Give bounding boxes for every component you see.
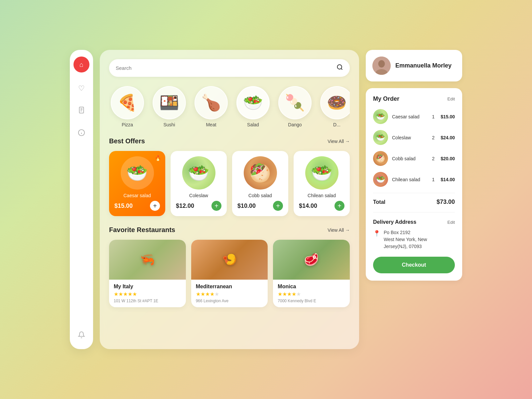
restaurant-name-my-italy: My Italy [114,284,181,290]
order-item-image-coleslaw: 🥗 [373,130,388,145]
category-pizza[interactable]: 🍕 Pizza [109,86,146,127]
restaurant-image-my-italy: 🦐 [109,240,186,280]
svg-point-7 [337,65,342,69]
delivery-section: Delivery Address Edit 📍 Po Box 2192 West… [373,212,455,250]
category-circle-sushi: 🍱 [153,86,186,119]
address-line3: Jersey(NJ), 07093 [384,244,422,249]
user-avatar [372,57,391,75]
order-item-name-caesar: Caesar salad [392,114,426,119]
home-button[interactable]: ⌂ [73,57,89,72]
order-item-price-caesar: $15.00 [441,114,455,119]
order-header: My Order Edit [373,95,455,102]
main-content: 🍕 Pizza 🍱 Sushi 🍗 Meat 🥗 Salad 🍡 Dango 🍩 [100,50,359,349]
sidebar-top: ⌂ ♡ [73,57,89,140]
order-item-price-cobb: $20.00 [441,156,455,161]
info-button[interactable] [75,127,88,140]
search-input[interactable] [116,65,336,71]
offer-bottom-caesar: $15.00 + [114,201,160,211]
offer-price-cobb: $10.00 [237,202,256,209]
order-item-qty-coleslaw: 2 [430,135,437,140]
total-price: $73.00 [437,199,455,205]
order-edit-button[interactable]: Edit [448,96,455,101]
restaurant-image-monica: 🥩 [273,240,350,280]
order-item-image-caesar: 🥗 [373,109,388,124]
offer-image-caesar: 🥗 [121,156,154,190]
category-more[interactable]: 🍩 D... [319,86,350,127]
delivery-address: 📍 Po Box 2192 West New York, New Jersey(… [373,229,455,250]
order-item-qty-caesar: 1 [430,114,437,119]
order-item-qty-cobb: 2 [430,156,437,161]
category-dango[interactable]: 🍡 Dango [277,86,313,127]
restaurant-name-mediterranean: Mediterranean [196,284,263,290]
offer-card-chilean[interactable]: 🥗 Chilean salad $14.00 + [294,151,350,216]
best-offers-view-all[interactable]: View All → [328,139,350,144]
category-circle-meat: 🍗 [195,86,228,119]
right-panel: Emmanuella Morley My Order Edit 🥗 Caesar… [366,50,462,281]
restaurant-address-my-italy: 101 W 112th St #APT 1E [114,299,181,303]
restaurants-view-all[interactable]: View All → [328,227,350,233]
location-pin-icon: 📍 [373,230,380,237]
user-card: Emmanuella Morley [366,50,462,81]
order-item-image-chilean: 🥗 [373,172,388,187]
address-line1: Po Box 2192 [384,230,410,235]
svg-line-8 [341,68,342,70]
category-circle-salad: 🥗 [236,86,270,119]
category-sushi[interactable]: 🍱 Sushi [151,86,188,127]
category-label-pizza: Pizza [122,122,133,127]
sidebar: ⌂ ♡ [70,50,93,349]
order-item-chilean: 🥗 Chilean salad 1 $14.00 [373,172,455,187]
add-caesar-button[interactable]: + [150,201,160,211]
restaurants-title: Favorite Restaurants [109,226,175,234]
orders-button[interactable] [75,104,88,118]
svg-point-10 [378,60,385,67]
offer-image-cobb: 🥙 [244,156,277,190]
restaurant-info-monica: Monica ★★★★★ 7000 Kennedy Blvd E [273,280,350,307]
bell-icon [78,331,85,340]
offer-bottom-coleslaw: $12.00 + [176,201,221,211]
offer-card-caesar[interactable]: 🔥 🥗 Caesar salad $15.00 + [109,151,165,216]
favorites-button[interactable]: ♡ [75,82,88,95]
order-item-cobb: 🥙 Cobb salad 2 $20.00 [373,151,455,166]
delivery-title: Delivery Address [373,219,416,225]
restaurants-header: Favorite Restaurants View All → [109,226,350,234]
order-item-qty-chilean: 1 [430,177,437,182]
offer-bottom-cobb: $10.00 + [237,201,283,211]
offer-card-cobb[interactable]: 🥙 Cobb salad $10.00 + [232,151,288,216]
order-item-name-coleslaw: Coleslaw [392,135,426,140]
order-item-name-chilean: Chilean salad [392,177,426,182]
offer-card-coleslaw[interactable]: 🥗 Coleslaw $12.00 + [171,151,227,216]
restaurant-info-my-italy: My Italy ★★★★★ 101 W 112th St #APT 1E [109,280,186,307]
restaurant-stars-monica: ★★★★★ [278,291,345,297]
restaurant-image-mediterranean: 🍤 [191,240,268,280]
restaurant-stars-my-italy: ★★★★★ [114,291,181,297]
checkout-button[interactable]: Checkout [373,257,455,273]
category-circle-more: 🍩 [320,86,350,119]
order-item-name-cobb: Cobb salad [392,156,426,161]
add-chilean-button[interactable]: + [334,201,344,211]
restaurant-name-monica: Monica [278,284,345,290]
offer-name-cobb: Cobb salad [237,193,283,198]
category-meat[interactable]: 🍗 Meat [193,86,229,127]
category-circle-pizza: 🍕 [111,86,144,119]
total-label: Total [373,199,385,205]
delivery-edit-button[interactable]: Edit [448,220,455,225]
category-salad[interactable]: 🥗 Salad [235,86,271,127]
offer-price-chilean: $14.00 [299,202,317,209]
restaurant-card-monica[interactable]: 🥩 Monica ★★★★★ 7000 Kennedy Blvd E [273,240,350,307]
restaurant-card-mediterranean[interactable]: 🍤 Mediterranean ★★★★★ 966 Lexington Ave [191,240,268,307]
order-item-coleslaw: 🥗 Coleslaw 2 $24.00 [373,130,455,145]
restaurant-card-my-italy[interactable]: 🦐 My Italy ★★★★★ 101 W 112th St #APT 1E [109,240,186,307]
add-coleslaw-button[interactable]: + [211,201,221,211]
hot-badge: 🔥 [155,155,161,161]
order-item-caesar: 🥗 Caesar salad 1 $15.00 [373,109,455,124]
restaurant-address-mediterranean: 966 Lexington Ave [196,299,263,303]
info-icon [78,129,85,138]
heart-icon: ♡ [78,84,85,93]
offer-bottom-chilean: $14.00 + [299,201,344,211]
search-button[interactable] [336,64,343,72]
order-item-price-chilean: $14.00 [441,177,455,182]
best-offers-title: Best Offers [109,137,145,145]
add-cobb-button[interactable]: + [273,201,283,211]
notifications-button[interactable] [75,329,88,342]
offer-image-chilean: 🥗 [305,156,338,190]
